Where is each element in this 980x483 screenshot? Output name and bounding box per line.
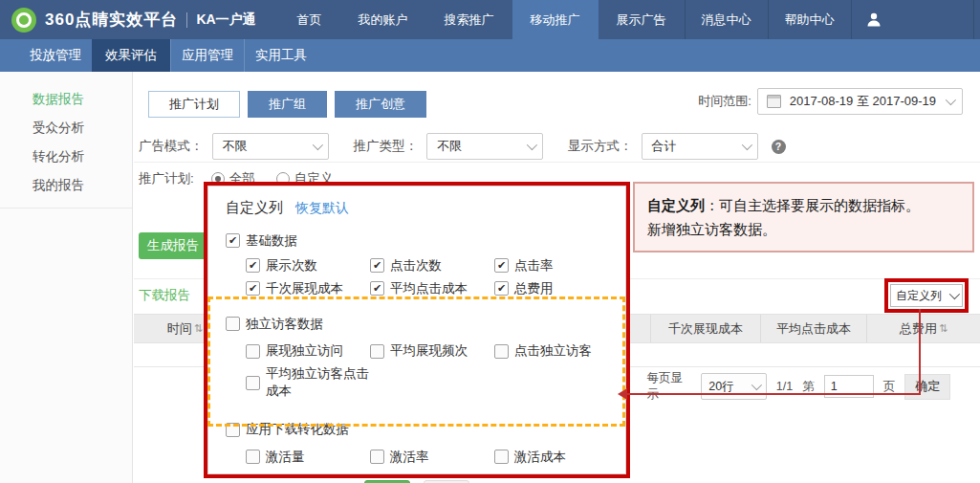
tab-2[interactable]: 推广组: [248, 91, 327, 118]
group-label: 基础数据: [246, 232, 297, 250]
sidebar-item-1[interactable]: 数据报告: [0, 85, 132, 114]
subnav-item-2[interactable]: 效果评估: [92, 39, 170, 72]
filter-select-1[interactable]: 不限: [212, 133, 329, 160]
group-label: 独立访客数据: [246, 316, 323, 333]
column-checkbox-1-6[interactable]: ✔总费用: [494, 280, 630, 297]
filter-group-3: 显示方式：合计: [568, 133, 758, 160]
sidebar-item-2[interactable]: 受众分析: [0, 114, 132, 143]
logo-icon: [11, 8, 36, 33]
checkbox-label: 展现独立访问: [266, 342, 343, 360]
topbar: 360点睛实效平台 KA一户通 首页我的账户搜索推广移动推广展示广告 消息中心帮…: [0, 0, 980, 39]
custom-column-label: 自定义列: [896, 288, 942, 304]
subnav-item-4[interactable]: 实用工具: [244, 39, 317, 72]
date-range-label: 时间范围:: [698, 93, 751, 110]
group-checkbox[interactable]: 应用下载转化数据: [226, 421, 349, 438]
chevron-down-icon: [751, 380, 762, 390]
callout-arrow-icon: [618, 388, 627, 400]
chevron-down-icon: [312, 140, 322, 150]
checkbox-icon: ✔: [246, 258, 260, 273]
column-checkbox-2-3[interactable]: 点击独立访客: [494, 342, 630, 360]
filter-select-2[interactable]: 不限: [426, 133, 543, 160]
modal-buttons: 确认 取消: [226, 480, 608, 483]
col-label: 平均点击成本: [776, 320, 851, 338]
per-page-select[interactable]: 20行: [701, 373, 767, 400]
checkbox-label: 激活率: [390, 449, 429, 466]
checkbox-label: 平均独立访客点击成本: [266, 365, 370, 400]
chevron-down-icon: [949, 289, 960, 299]
column-checkbox-2-4[interactable]: 平均独立访客点击成本: [246, 365, 370, 400]
column-checkbox-1-1[interactable]: ✔展示次数: [246, 257, 370, 274]
column-checkbox-1-4[interactable]: ✔千次展现成本: [246, 280, 370, 297]
topnav-item-1[interactable]: 首页: [279, 0, 340, 39]
brand-subtitle: KA一户通: [196, 11, 255, 29]
checkbox-label: 总费用: [514, 280, 554, 297]
column-checkbox-1-2[interactable]: ✔点击次数: [370, 257, 494, 274]
annotation-line1: ：可自主选择要展示的数据指标。: [705, 197, 920, 213]
topnav-right-item-1[interactable]: 消息中心: [685, 0, 768, 39]
topnav-item-5[interactable]: 展示广告: [599, 0, 685, 39]
topnav-item-4[interactable]: 移动推广: [512, 0, 599, 39]
filter-value: 合计: [652, 138, 677, 155]
page-info: 1/1: [776, 380, 793, 393]
table-header-col-1[interactable]: 千次展现成本: [650, 315, 760, 342]
subnav-item-1[interactable]: 投放管理: [19, 39, 92, 72]
tab-3[interactable]: 推广创意: [335, 91, 426, 118]
user-menu[interactable]: [851, 0, 896, 39]
checkbox-label: 点击次数: [390, 257, 442, 274]
topnav-right-item-2[interactable]: 帮助中心: [768, 0, 851, 39]
checkbox-icon: ✔: [246, 281, 260, 296]
annotation-bold: 自定义列: [647, 197, 705, 213]
cancel-button[interactable]: 取消: [424, 480, 469, 483]
per-page-label: 每页显示: [646, 370, 691, 403]
download-report-link[interactable]: 下载报告: [139, 287, 190, 304]
filter-select-3[interactable]: 合计: [642, 133, 758, 160]
group-items: ✔展示次数✔点击次数✔点击率✔千次展现成本✔平均点击成本✔总费用: [246, 257, 608, 297]
checkbox-icon: [494, 450, 509, 464]
group-checkbox[interactable]: ✔基础数据: [226, 232, 297, 250]
filter-label: 广告模式：: [139, 138, 204, 155]
chevron-down-icon: [527, 140, 537, 150]
page-suffix: 页: [883, 379, 896, 395]
page-confirm-button[interactable]: 确定: [904, 374, 950, 400]
topnav-item-3[interactable]: 搜索推广: [426, 0, 512, 39]
checkbox-icon: ✔: [494, 258, 509, 273]
generate-report-button[interactable]: 生成报告: [139, 232, 207, 259]
date-range-picker[interactable]: 2017-08-19 至 2017-09-19: [757, 88, 963, 115]
modal-group-2: 独立访客数据展现独立访问平均展现频次点击独立访客平均独立访客点击成本: [226, 316, 608, 401]
modal-title: 自定义列: [226, 199, 283, 217]
column-checkbox-1-3[interactable]: ✔点击率: [494, 257, 630, 274]
table-header-col-2[interactable]: 平均点击成本: [760, 315, 866, 342]
checkbox-label: 激活量: [266, 449, 305, 466]
sidebar-item-3[interactable]: 转化分析: [0, 143, 132, 171]
help-icon[interactable]: ?: [772, 140, 786, 154]
custom-column-dropdown[interactable]: 自定义列: [890, 284, 963, 307]
col-label: 千次展现成本: [668, 320, 743, 338]
group-items: 激活量激活率激活成本: [246, 449, 608, 466]
restore-default-link[interactable]: 恢复默认: [295, 200, 349, 217]
column-checkbox-2-1[interactable]: 展现独立访问: [246, 342, 370, 360]
sidebar-item-4[interactable]: 我的报告: [0, 171, 132, 200]
table-header-time[interactable]: 时间 ⇅: [134, 315, 205, 342]
sort-icon[interactable]: ⇅: [939, 322, 947, 335]
checkbox-icon: ✔: [494, 281, 509, 296]
logout-button[interactable]: 退出: [973, 0, 980, 39]
column-checkbox-2-2[interactable]: 平均展现频次: [370, 342, 494, 360]
modal-group-1: ✔基础数据✔展示次数✔点击次数✔点击率✔千次展现成本✔平均点击成本✔总费用: [226, 231, 608, 297]
group-label: 应用下载转化数据: [246, 421, 349, 438]
divider: [134, 162, 980, 163]
confirm-button[interactable]: 确认: [364, 480, 410, 483]
sort-icon[interactable]: ⇅: [194, 322, 203, 335]
group-checkbox[interactable]: 独立访客数据: [226, 316, 323, 333]
subnav-item-3[interactable]: 应用管理: [170, 39, 244, 72]
table-header-col-3[interactable]: 总费用⇅: [866, 315, 980, 342]
column-checkbox-3-3[interactable]: 激活成本: [494, 449, 630, 466]
topnav-item-2[interactable]: 我的账户: [340, 0, 426, 39]
checkbox-icon: [246, 376, 260, 390]
tab-1[interactable]: 推广计划: [148, 91, 240, 118]
column-checkbox-1-5[interactable]: ✔平均点击成本: [370, 280, 494, 297]
checkbox-icon: ✔: [226, 233, 240, 248]
brand[interactable]: 360点睛实效平台 KA一户通: [0, 0, 256, 39]
column-checkbox-3-2[interactable]: 激活率: [370, 449, 494, 466]
column-checkbox-3-1[interactable]: 激活量: [246, 449, 370, 466]
group-items: 展现独立访问平均展现频次点击独立访客平均独立访客点击成本: [246, 342, 608, 400]
